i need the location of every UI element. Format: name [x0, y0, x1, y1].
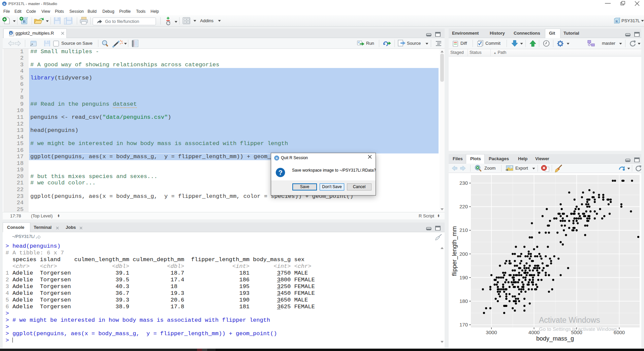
svg-text:4000: 4000 — [528, 329, 540, 335]
svg-text:body_mass_g: body_mass_g — [536, 335, 574, 342]
svg-text:230: 230 — [459, 180, 468, 186]
svg-text:190: 190 — [459, 275, 468, 280]
svg-text:210: 210 — [459, 227, 468, 233]
svg-text:R: R — [3, 2, 6, 6]
svg-text:R: R — [276, 156, 278, 160]
svg-text:R: R — [615, 19, 618, 23]
svg-text:Activate Windows: Activate Windows — [539, 316, 600, 324]
svg-text:R: R — [23, 19, 26, 24]
svg-text:200: 200 — [459, 251, 468, 257]
svg-text:220: 220 — [459, 204, 468, 209]
svg-text:R: R — [10, 32, 12, 35]
svg-text:3000: 3000 — [486, 329, 497, 335]
svg-text:Go to Settings to activate Win: Go to Settings to activate Windows. — [539, 326, 619, 332]
svg-text:flipper_length_mm: flipper_length_mm — [451, 226, 458, 276]
svg-text:170: 170 — [459, 322, 468, 327]
svg-text:?: ? — [278, 169, 282, 176]
svg-text:180: 180 — [459, 298, 468, 304]
